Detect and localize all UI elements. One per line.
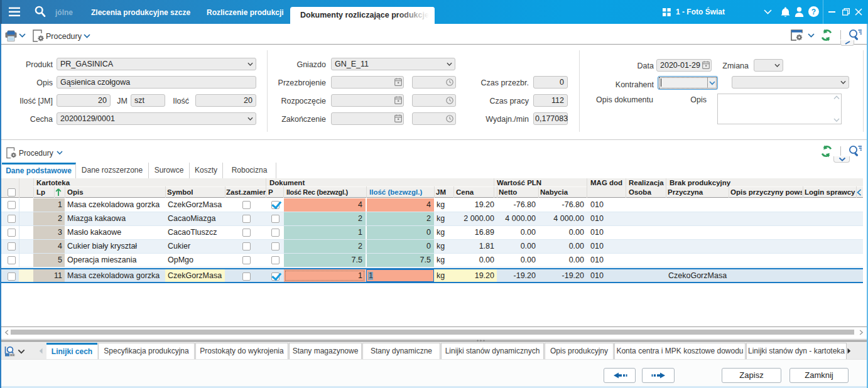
svg-text:?: ? [811,8,816,16]
